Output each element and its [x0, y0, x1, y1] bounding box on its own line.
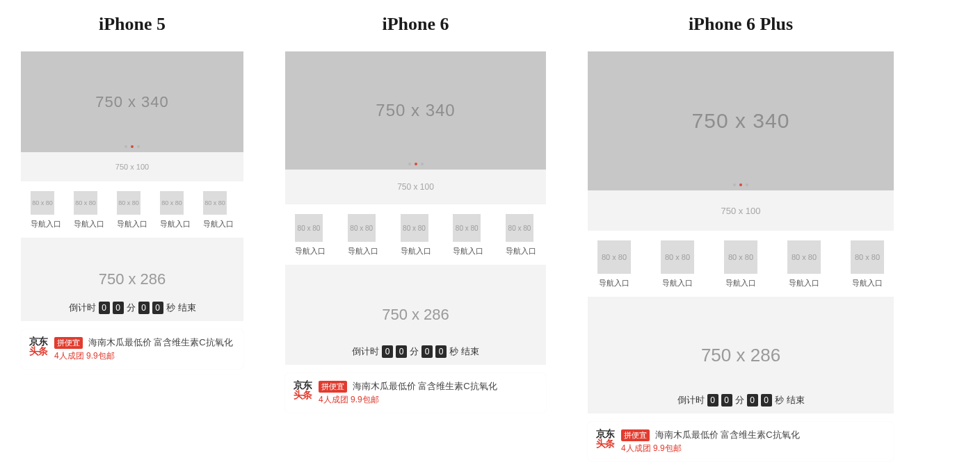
nav-item[interactable]: 80 x 80 导航入口: [295, 214, 326, 256]
nav-icon: 80 x 80: [295, 214, 323, 242]
nav-label: 导航入口: [453, 246, 483, 256]
nav-item[interactable]: 80 x 80 导航入口: [661, 240, 694, 288]
device-column: iPhone 6 Plus 750 x 340 750 x 100 80 x 8…: [588, 14, 894, 461]
nav-label: 导航入口: [506, 246, 536, 256]
countdown-sec-unit: 秒: [775, 394, 784, 407]
promo-strip-label: 750 x 100: [397, 182, 434, 192]
nav-item[interactable]: 80 x 80 导航入口: [851, 240, 884, 288]
device-title: iPhone 6 Plus: [588, 14, 894, 35]
device-title: iPhone 6: [285, 14, 546, 35]
dot[interactable]: [733, 183, 736, 186]
nav-icon: 80 x 80: [661, 240, 694, 274]
nav-label: 导航入口: [787, 278, 821, 288]
news-logo: 京东 头条: [596, 429, 614, 448]
news-card[interactable]: 京东 头条 拼便宜 海南木瓜最低价 富含维生素C抗氧化 4人成团 9.9包邮: [21, 329, 243, 369]
dot-active[interactable]: [739, 183, 742, 186]
news-subline: 4人成团 9.9包邮: [54, 350, 233, 362]
countdown-digit: 0: [721, 394, 732, 407]
nav-item[interactable]: 80 x 80 导航入口: [724, 240, 757, 288]
countdown-digit: 0: [421, 345, 433, 358]
nav-icon: 80 x 80: [506, 214, 533, 242]
news-card[interactable]: 京东 头条 拼便宜 海南木瓜最低价 富含维生素C抗氧化 4人成团 9.9包邮: [588, 422, 894, 461]
countdown-digit: 0: [382, 345, 393, 358]
nav-label: 导航入口: [597, 278, 631, 288]
hero-banner-label: 750 x 340: [376, 101, 455, 120]
countdown: 倒计时 0 0 分 0 0 秒 结束: [588, 394, 894, 407]
nav-label: 导航入口: [401, 246, 431, 256]
promo-strip-label: 750 x 100: [721, 206, 760, 216]
secondary-banner-label: 750 x 286: [99, 270, 166, 288]
countdown-digit: 0: [99, 302, 110, 314]
nav-icon: 80 x 80: [74, 191, 97, 215]
news-card[interactable]: 京东 头条 拼便宜 海南木瓜最低价 富含维生素C抗氧化 4人成团 9.9包邮: [285, 373, 546, 413]
countdown-digit: 0: [152, 302, 163, 314]
nav-item[interactable]: 80 x 80 导航入口: [160, 191, 191, 229]
countdown-digit: 0: [435, 345, 447, 358]
nav-label: 导航入口: [203, 219, 234, 229]
nav-item[interactable]: 80 x 80 导航入口: [203, 191, 234, 229]
nav-icon: 80 x 80: [453, 214, 481, 242]
nav-icon: 80 x 80: [117, 191, 140, 215]
nav-item[interactable]: 80 x 80 导航入口: [74, 191, 104, 229]
dot[interactable]: [421, 163, 424, 165]
countdown-digit: 0: [761, 394, 772, 407]
nav-item[interactable]: 80 x 80 导航入口: [401, 214, 431, 256]
secondary-banner[interactable]: 750 x 286 倒计时 0 0 分 0 0 秒 结束: [285, 265, 546, 365]
countdown-prefix: 倒计时: [352, 345, 379, 358]
promo-strip[interactable]: 750 x 100: [588, 190, 894, 231]
device-column: iPhone 5 750 x 340 750 x 100 80 x 80 导航入…: [21, 14, 243, 461]
hero-banner[interactable]: 750 x 340: [21, 51, 243, 152]
news-logo-top: 京东: [596, 429, 614, 438]
phone-frame: 750 x 340 750 x 100 80 x 80 导航入口 80 x 80…: [588, 51, 894, 461]
dot-active[interactable]: [131, 145, 134, 148]
secondary-banner[interactable]: 750 x 286 倒计时 0 0 分 0 0 秒 结束: [21, 238, 243, 321]
secondary-banner[interactable]: 750 x 286 倒计时 0 0 分 0 0 秒 结束: [588, 297, 894, 413]
dot[interactable]: [408, 163, 411, 165]
nav-icon: 80 x 80: [401, 214, 428, 242]
nav-label: 导航入口: [74, 219, 104, 229]
news-headline: 海南木瓜最低价 富含维生素C抗氧化: [88, 337, 233, 347]
nav-icon: 80 x 80: [724, 240, 757, 274]
nav-label: 导航入口: [851, 278, 884, 288]
news-subline: 4人成团 9.9包邮: [319, 394, 497, 406]
news-body: 拼便宜 海南木瓜最低价 富含维生素C抗氧化 4人成团 9.9包邮: [54, 336, 233, 362]
dot[interactable]: [137, 145, 140, 148]
promo-strip[interactable]: 750 x 100: [285, 170, 546, 204]
countdown-suffix: 结束: [461, 345, 479, 358]
news-logo-bottom: 头条: [294, 390, 312, 400]
dot[interactable]: [746, 183, 748, 186]
carousel-dots: [285, 163, 546, 165]
news-logo: 京东 头条: [29, 336, 47, 356]
news-tag: 拼便宜: [319, 381, 347, 393]
promo-strip[interactable]: 750 x 100: [21, 152, 243, 181]
countdown: 倒计时 0 0 分 0 0 秒 结束: [21, 302, 243, 314]
nav-label: 导航入口: [160, 219, 191, 229]
nav-item[interactable]: 80 x 80 导航入口: [506, 214, 536, 256]
nav-item[interactable]: 80 x 80 导航入口: [117, 191, 147, 229]
countdown-min-unit: 分: [127, 302, 136, 314]
nav-item[interactable]: 80 x 80 导航入口: [31, 191, 61, 229]
countdown-min-unit: 分: [735, 394, 744, 407]
countdown-suffix: 结束: [178, 302, 196, 314]
countdown-digit: 0: [396, 345, 407, 358]
nav-item[interactable]: 80 x 80 导航入口: [787, 240, 821, 288]
countdown-digit: 0: [747, 394, 758, 407]
nav-icon: 80 x 80: [203, 191, 227, 215]
hero-banner[interactable]: 750 x 340: [588, 51, 894, 190]
nav-item[interactable]: 80 x 80 导航入口: [453, 214, 483, 256]
hero-banner[interactable]: 750 x 340: [285, 51, 546, 170]
nav-label: 导航入口: [724, 278, 757, 288]
news-headline: 海南木瓜最低价 富含维生素C抗氧化: [655, 429, 800, 440]
hero-banner-label: 750 x 340: [692, 109, 790, 133]
carousel-dots: [21, 145, 243, 148]
nav-item[interactable]: 80 x 80 导航入口: [348, 214, 378, 256]
secondary-banner-label: 750 x 286: [701, 345, 780, 366]
nav-row: 80 x 80 导航入口 80 x 80 导航入口 80 x 80 导航入口 8…: [588, 240, 894, 288]
device-column: iPhone 6 750 x 340 750 x 100 80 x 80 导航入…: [285, 14, 546, 461]
hero-banner-label: 750 x 340: [95, 93, 169, 111]
dot[interactable]: [124, 145, 127, 148]
dot-active[interactable]: [415, 163, 417, 165]
news-headline: 海南木瓜最低价 富含维生素C抗氧化: [353, 381, 497, 391]
countdown-min-unit: 分: [410, 345, 419, 358]
nav-item[interactable]: 80 x 80 导航入口: [597, 240, 631, 288]
